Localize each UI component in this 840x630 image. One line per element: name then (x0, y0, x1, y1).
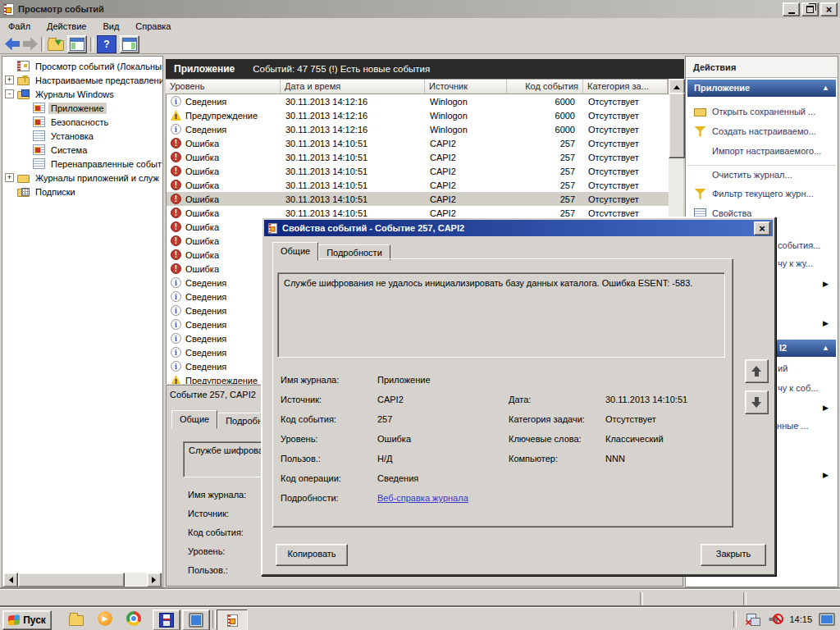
close-dialog-button[interactable]: Закрыть (701, 544, 766, 566)
event-row[interactable]: Предупреждение 30.11.2013 14:12:16 Winlo… (167, 108, 669, 122)
dialog-field: Ключевые слова: Классический (509, 429, 687, 449)
scrollbar-thumb[interactable] (18, 573, 125, 587)
taskbar-clock[interactable]: 14:15 (789, 614, 812, 624)
event-row[interactable]: Ошибка 30.11.2013 14:10:51 CAPI2 257 Отс… (167, 164, 669, 178)
action-item-fragment[interactable]: ▶ (823, 317, 829, 327)
action-item-fragment[interactable]: ▶ (823, 469, 829, 479)
event-category: Отсутствует (584, 180, 669, 190)
event-level: Сведения (185, 292, 226, 302)
tree-item[interactable]: + Журналы приложений и служ (2, 171, 162, 185)
scrollbar-thumb[interactable] (669, 93, 685, 158)
tree-item[interactable]: Система (2, 143, 162, 157)
field-value: Отсутствует (605, 409, 656, 429)
arrow-down-icon (751, 397, 762, 408)
action-item[interactable]: Открыть сохраненный ... (687, 103, 836, 121)
forward-icon[interactable] (23, 38, 38, 51)
quick-launch-icon[interactable] (98, 611, 112, 626)
menu-item[interactable]: Файл (0, 18, 39, 34)
tree-item[interactable]: - Журналы Windows (2, 87, 162, 101)
tree-item-icon (17, 189, 30, 197)
menu-item[interactable]: Вид (94, 18, 127, 34)
volume-muted-icon[interactable] (768, 613, 783, 626)
tree-item[interactable]: Приложение (2, 101, 162, 115)
copy-button[interactable]: Копировать (276, 544, 348, 566)
event-row[interactable]: Сведения 30.11.2013 14:12:16 Winlogon 60… (167, 122, 669, 136)
collapse-icon[interactable]: ▲ (822, 340, 829, 357)
action-item[interactable]: Импорт настраиваемого... (687, 142, 836, 160)
action-item-fragment[interactable]: чу к соб... (778, 383, 818, 393)
taskbar-button-display[interactable] (182, 609, 210, 630)
menu-item[interactable]: Действие (39, 18, 94, 34)
action-item[interactable]: Фильтр текущего журн... (687, 185, 836, 203)
preview-header: Событие 257, CAPI2 (170, 390, 256, 399)
column-header[interactable]: Категория за... (583, 80, 668, 94)
action-item-fragment[interactable]: чу к жу... (778, 258, 813, 268)
event-category: Отсутствует (584, 194, 669, 204)
actions-section-application[interactable]: Приложение ▲ (687, 80, 836, 97)
start-button[interactable]: Пуск (2, 610, 52, 630)
tree-item[interactable]: Подписки (2, 185, 162, 199)
action-item-fragment[interactable]: анные ... (772, 421, 809, 431)
action-item[interactable]: Создать настраиваемо... (687, 122, 836, 140)
minimize-button[interactable] (783, 2, 800, 16)
event-row[interactable]: Ошибка 30.11.2013 14:10:51 CAPI2 257 Отс… (167, 136, 669, 150)
log-summary: Событий: 47 755 (!) Есть новые события (253, 64, 430, 74)
scroll-left-icon[interactable] (3, 573, 18, 587)
event-row[interactable]: Ошибка 30.11.2013 14:10:51 CAPI2 257 Отс… (167, 150, 669, 164)
column-header[interactable]: Дата и время (281, 80, 425, 94)
column-header[interactable]: Код события (507, 80, 583, 94)
field-label: Дата: (509, 390, 605, 409)
action-item-fragment[interactable]: ий (778, 363, 788, 373)
action-item[interactable]: Очистить журнал... (687, 165, 836, 184)
dialog-field: Код операции: Сведения (281, 468, 468, 488)
preview-tab[interactable]: Общие (171, 410, 217, 429)
event-level: Ошибка (185, 194, 219, 204)
tree-horizontal-scrollbar[interactable] (3, 573, 162, 586)
event-viewer-icon (3, 3, 14, 16)
column-header[interactable]: Уровень (166, 80, 281, 94)
action-item-fragment[interactable]: ▶ (823, 402, 829, 412)
tree-item[interactable]: Перенаправленные событ (2, 157, 162, 171)
toggle-action-pane-button[interactable] (120, 35, 139, 53)
tree-expander-icon[interactable]: + (5, 173, 14, 182)
event-date: 30.11.2013 14:12:16 (281, 125, 426, 135)
dialog-tab[interactable]: Общие (272, 242, 318, 261)
tree-item[interactable]: + Настраиваемые представлени (2, 73, 162, 87)
help-icon[interactable] (97, 35, 116, 53)
open-saved-log-icon[interactable] (48, 40, 64, 51)
event-row[interactable]: Ошибка 30.11.2013 14:10:51 CAPI2 257 Отс… (167, 192, 669, 206)
column-header[interactable]: Источник (425, 80, 507, 94)
taskbar-button-floppy[interactable] (153, 609, 180, 630)
previous-event-button[interactable] (745, 359, 769, 383)
scroll-right-icon[interactable] (147, 573, 162, 587)
event-date: 30.11.2013 14:10:51 (281, 139, 426, 148)
dialog-fields-left: Имя журнала: Приложение Источник: CAPI2 … (281, 370, 468, 508)
event-row[interactable]: Сведения 30.11.2013 14:12:16 Winlogon 60… (167, 94, 669, 108)
restore-button[interactable] (801, 2, 819, 16)
taskbar-button-event-viewer[interactable] (217, 609, 248, 630)
quick-launch-icon[interactable] (126, 611, 141, 626)
event-row[interactable]: Ошибка 30.11.2013 14:10:51 CAPI2 257 Отс… (167, 178, 669, 192)
network-error-icon[interactable]: × (746, 613, 761, 626)
collapse-icon[interactable]: ▲ (822, 80, 829, 97)
toggle-console-tree-button[interactable] (67, 35, 87, 53)
next-event-button[interactable] (745, 390, 769, 414)
tree-expander-icon[interactable]: + (5, 75, 14, 84)
tree-item[interactable]: Просмотр событий (Локальный) (2, 59, 162, 73)
tree-item-icon (33, 144, 45, 155)
back-icon[interactable] (5, 38, 20, 51)
action-item-fragment[interactable]: ▶ (823, 278, 829, 288)
event-level-icon (171, 221, 181, 232)
window-title: Просмотр событий (18, 4, 104, 14)
menu-item[interactable]: Справка (127, 18, 179, 34)
tree-item[interactable]: Установка (2, 129, 162, 143)
tree-expander-icon[interactable]: - (5, 89, 14, 98)
field-label: Имя журнала: (281, 370, 377, 390)
action-item-fragment[interactable]: события... (778, 240, 820, 250)
event-level: Ошибка (185, 222, 219, 232)
quick-launch-icon[interactable] (69, 615, 84, 626)
close-button[interactable] (820, 2, 838, 16)
show-desktop-icon[interactable] (819, 613, 835, 626)
tree-item[interactable]: Безопасность (2, 115, 162, 129)
dialog-close-button[interactable] (754, 221, 770, 235)
